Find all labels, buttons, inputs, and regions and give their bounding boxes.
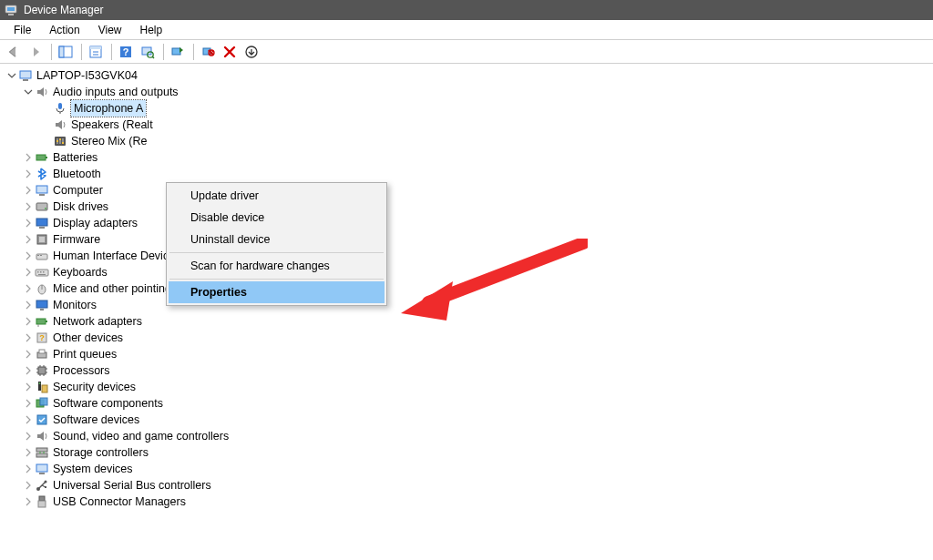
svg-rect-2 xyxy=(8,14,14,15)
chevron-right-icon[interactable] xyxy=(22,428,35,444)
spacer xyxy=(40,117,53,133)
category-node[interactable]: Computer xyxy=(4,182,933,199)
chevron-right-icon[interactable] xyxy=(22,313,35,330)
chevron-right-icon[interactable] xyxy=(22,182,35,199)
window-title: Device Manager xyxy=(24,4,103,16)
category-node[interactable]: Monitors xyxy=(4,297,933,313)
menu-view[interactable]: View xyxy=(89,24,131,36)
chevron-right-icon[interactable] xyxy=(22,379,35,395)
device-speakers[interactable]: Speakers (Realt xyxy=(4,117,933,133)
category-icon xyxy=(35,478,49,493)
show-hide-console-tree-button[interactable] xyxy=(56,42,76,62)
context-menu-disable-device[interactable]: Disable device xyxy=(169,207,384,229)
chevron-down-icon[interactable] xyxy=(22,84,35,100)
category-node[interactable]: ?Other devices xyxy=(4,330,933,346)
device-tree[interactable]: LAPTOP-I53GVK04 Audio inputs and outputs… xyxy=(0,64,933,560)
category-icon xyxy=(35,199,49,214)
category-label: Security devices xyxy=(53,379,136,395)
menu-help[interactable]: Help xyxy=(131,24,172,36)
spacer xyxy=(40,100,53,117)
chevron-right-icon[interactable] xyxy=(22,395,35,412)
category-label: Sound, video and game controllers xyxy=(53,428,229,444)
chevron-right-icon[interactable] xyxy=(22,149,35,166)
category-node[interactable]: USB Connector Managers xyxy=(4,494,933,510)
category-node[interactable]: Print queues xyxy=(4,346,933,362)
root-node[interactable]: LAPTOP-I53GVK04 xyxy=(4,67,933,84)
update-driver-button[interactable] xyxy=(168,42,188,62)
uninstall-device-button[interactable] xyxy=(220,42,240,62)
category-node[interactable]: Mice and other pointing devices xyxy=(4,280,933,297)
category-node[interactable]: Universal Serial Bus controllers xyxy=(4,477,933,494)
disable-device-button[interactable] xyxy=(198,42,218,62)
forward-button[interactable] xyxy=(26,42,46,62)
chevron-right-icon[interactable] xyxy=(22,362,35,379)
chevron-right-icon[interactable] xyxy=(22,444,35,461)
svg-rect-45 xyxy=(40,271,42,273)
chevron-right-icon[interactable] xyxy=(22,412,35,428)
svg-rect-31 xyxy=(46,157,47,158)
root-label: LAPTOP-I53GVK04 xyxy=(36,67,138,84)
chevron-right-icon[interactable] xyxy=(22,330,35,346)
device-stereomix[interactable]: Stereo Mix (Re xyxy=(4,133,933,149)
chevron-right-icon[interactable] xyxy=(22,166,35,182)
svg-rect-50 xyxy=(36,300,47,308)
svg-rect-42 xyxy=(40,255,42,256)
category-node[interactable]: Software components xyxy=(4,395,933,412)
category-node[interactable]: System devices xyxy=(4,461,933,477)
chevron-right-icon[interactable] xyxy=(22,215,35,231)
menu-action[interactable]: Action xyxy=(40,24,88,36)
category-node[interactable]: Firmware xyxy=(4,231,933,248)
add-legacy-hardware-button[interactable] xyxy=(241,42,261,62)
chevron-right-icon[interactable] xyxy=(22,494,35,510)
category-node[interactable]: Display adapters xyxy=(4,215,933,231)
svg-rect-84 xyxy=(38,501,46,507)
category-icon xyxy=(35,347,49,361)
category-audio[interactable]: Audio inputs and outputs xyxy=(4,84,933,100)
scan-hardware-button[interactable] xyxy=(138,42,158,62)
chevron-right-icon[interactable] xyxy=(22,477,35,494)
chevron-right-icon[interactable] xyxy=(22,461,35,477)
category-node[interactable]: Network adapters xyxy=(4,313,933,330)
svg-rect-21 xyxy=(58,103,62,109)
category-node[interactable]: Batteries xyxy=(4,149,933,166)
chevron-right-icon[interactable] xyxy=(22,264,35,280)
svg-rect-58 xyxy=(39,350,45,353)
svg-rect-14 xyxy=(172,48,180,55)
chevron-right-icon[interactable] xyxy=(22,280,35,297)
svg-rect-53 xyxy=(46,321,47,322)
chevron-right-icon[interactable] xyxy=(22,248,35,264)
category-node[interactable]: Storage controllers xyxy=(4,444,933,461)
context-menu-properties[interactable]: Properties xyxy=(169,281,384,303)
toolbar: ? xyxy=(0,40,933,64)
back-button[interactable] xyxy=(4,42,24,62)
device-microphone[interactable]: Microphone A xyxy=(4,100,933,117)
chevron-right-icon[interactable] xyxy=(22,199,35,215)
chevron-right-icon[interactable] xyxy=(22,346,35,362)
menu-file[interactable]: File xyxy=(5,24,40,36)
category-node[interactable]: Processors xyxy=(4,362,933,379)
category-node[interactable]: Sound, video and game controllers xyxy=(4,428,933,444)
help-button[interactable]: ? xyxy=(116,42,136,62)
properties-button[interactable] xyxy=(86,42,106,62)
chevron-right-icon[interactable] xyxy=(22,231,35,248)
toolbar-separator xyxy=(81,44,82,60)
svg-point-80 xyxy=(45,481,47,484)
svg-rect-32 xyxy=(36,186,47,193)
svg-rect-77 xyxy=(39,473,45,474)
category-label: Network adapters xyxy=(53,313,142,330)
category-node[interactable]: Human Interface Devices xyxy=(4,248,933,264)
category-node[interactable]: Bluetooth xyxy=(4,166,933,182)
svg-rect-33 xyxy=(39,194,45,196)
chevron-down-icon[interactable] xyxy=(5,67,18,84)
category-node[interactable]: Security devices xyxy=(4,379,933,395)
chevron-right-icon[interactable] xyxy=(22,297,35,313)
context-menu-scan-hardware[interactable]: Scan for hardware changes xyxy=(169,255,384,277)
category-label: Disk drives xyxy=(53,199,108,215)
svg-rect-46 xyxy=(43,271,45,273)
context-menu-update-driver[interactable]: Update driver xyxy=(169,185,384,207)
category-node[interactable]: Disk drives xyxy=(4,199,933,215)
context-menu-uninstall-device[interactable]: Uninstall device xyxy=(169,229,384,250)
svg-rect-47 xyxy=(38,274,46,275)
category-node[interactable]: Keyboards xyxy=(4,264,933,280)
category-node[interactable]: Software devices xyxy=(4,412,933,428)
